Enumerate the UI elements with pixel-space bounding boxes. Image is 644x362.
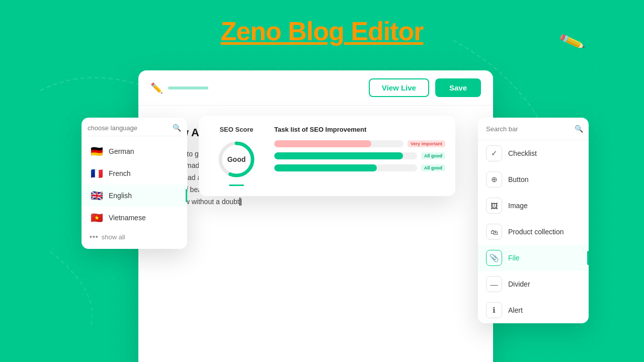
task-bar-track-3 — [274, 164, 417, 171]
toolbar-buttons: View Live Save — [369, 78, 481, 97]
blocks-search-icon: 🔍 — [575, 125, 583, 133]
editor-logo: ✏️ — [150, 82, 208, 94]
seo-score-circle: Good — [216, 139, 257, 179]
save-button[interactable]: Save — [435, 78, 481, 97]
view-live-button[interactable]: View Live — [369, 78, 429, 97]
block-item-image[interactable]: 🖼 Image — [478, 193, 589, 219]
divider-label: Divider — [508, 280, 530, 288]
file-label: File — [508, 254, 520, 262]
language-search: 🔍 — [88, 124, 181, 136]
logo-line — [168, 86, 208, 89]
editor-card: ✏️ View Live Save o Grow An Awesome Bear… — [138, 70, 493, 362]
language-panel: 🔍 🇩🇪 German 🇫🇷 French 🇬🇧 English 🇻🇳 Viet… — [82, 118, 187, 249]
seo-panel: SEO Score Good Task list of SEO Improvem… — [199, 116, 455, 196]
seo-tasks-title: Task list of SEO Improvement — [274, 126, 445, 133]
image-label: Image — [508, 202, 528, 210]
block-item-button[interactable]: ⊕ Button — [478, 166, 589, 193]
search-icon: 🔍 — [173, 124, 181, 132]
blocks-panel: 🔍 ✓ Checklist ⊕ Button 🖼 Image 🛍 Product… — [478, 118, 589, 323]
block-item-product-collection[interactable]: 🛍 Product collection — [478, 219, 589, 245]
french-flag-icon: 🇫🇷 — [90, 166, 104, 180]
alert-icon: ℹ — [486, 302, 502, 318]
task-badge-1: Very important — [408, 140, 445, 147]
seo-task-item-1: Very important — [274, 140, 445, 147]
english-flag-icon: 🇬🇧 — [90, 189, 104, 203]
german-label: German — [109, 147, 134, 155]
divider-icon: — — [486, 276, 502, 292]
seo-task-item-3: All good — [274, 164, 445, 171]
checklist-icon: ✓ — [486, 145, 502, 161]
language-item-german[interactable]: 🇩🇪 German — [82, 140, 187, 162]
french-label: French — [109, 169, 131, 177]
task-badge-3: All good — [421, 164, 445, 171]
block-item-alert[interactable]: ℹ Alert — [478, 297, 589, 323]
blocks-search: 🔍 — [478, 118, 589, 140]
vietnamese-flag-icon: 🇻🇳 — [90, 211, 104, 225]
product-collection-label: Product collection — [508, 228, 564, 236]
language-item-french[interactable]: 🇫🇷 French — [82, 162, 187, 185]
block-item-file[interactable]: 📎 File — [478, 245, 589, 271]
seo-score-title: SEO Score — [219, 126, 253, 133]
task-bar-3 — [274, 164, 377, 171]
image-icon: 🖼 — [486, 198, 502, 214]
page-title: Zeno Blog Editor — [0, 16, 644, 46]
german-flag-icon: 🇩🇪 — [90, 144, 104, 158]
logo-pen-icon: ✏️ — [150, 82, 163, 94]
checklist-label: Checklist — [508, 149, 537, 157]
seo-score-section: SEO Score Good — [209, 126, 264, 186]
button-label: Button — [508, 175, 528, 184]
task-bar-track-2 — [274, 152, 417, 159]
vietnamese-label: Vietnamese — [109, 214, 146, 222]
task-bar-1 — [274, 140, 371, 147]
alert-label: Alert — [508, 306, 523, 314]
block-item-checklist[interactable]: ✓ Checklist — [478, 140, 589, 166]
file-icon: 📎 — [486, 250, 502, 266]
page-header: Zeno Blog Editor — [0, 0, 644, 46]
seo-task-item-2: All good — [274, 152, 445, 159]
show-all-dots-icon: ••• — [90, 233, 99, 241]
editor-toolbar: ✏️ View Live Save — [138, 70, 493, 106]
task-badge-2: All good — [421, 152, 445, 159]
product-collection-icon: 🛍 — [486, 224, 502, 240]
block-item-divider[interactable]: — Divider — [478, 271, 589, 297]
language-item-english[interactable]: 🇬🇧 English — [82, 185, 187, 207]
button-icon: ⊕ — [486, 171, 502, 188]
seo-tasks-section: Task list of SEO Improvement Very import… — [274, 126, 445, 186]
task-bar-2 — [274, 152, 403, 159]
show-all-label: show all — [102, 233, 125, 241]
task-bar-track-1 — [274, 140, 404, 147]
language-search-input[interactable] — [88, 124, 173, 132]
language-item-vietnamese[interactable]: 🇻🇳 Vietnamese — [82, 207, 187, 229]
show-all-languages-button[interactable]: ••• show all — [82, 229, 187, 245]
blocks-search-input[interactable] — [486, 125, 571, 133]
seo-score-text: Good — [216, 139, 257, 179]
seo-score-dash — [229, 185, 244, 186]
english-label: English — [109, 192, 132, 200]
